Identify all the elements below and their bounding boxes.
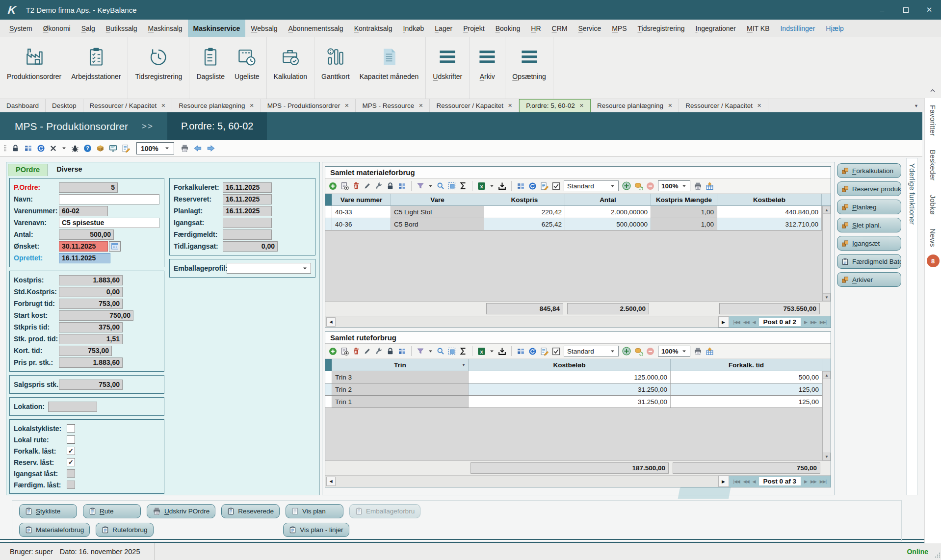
bottom-button-materialeforbrug[interactable]: Materialeforbrug bbox=[19, 523, 90, 537]
grid-add-outline-icon[interactable] bbox=[622, 347, 631, 356]
close-tab-icon[interactable]: ✕ bbox=[757, 102, 761, 109]
grid-refresh-icon[interactable] bbox=[528, 347, 537, 356]
menu-item-hr[interactable]: HR bbox=[525, 20, 546, 37]
grid-checkbox-icon[interactable] bbox=[552, 182, 560, 190]
checkbox-forkalk-låst[interactable]: ✓ bbox=[67, 447, 75, 455]
rail-item-beskeder[interactable]: Beskeder bbox=[929, 150, 937, 180]
grid-columns-icon[interactable] bbox=[398, 347, 406, 356]
grid-coins-icon[interactable] bbox=[634, 182, 643, 190]
menu-item-ingegrationer[interactable]: Ingegrationer bbox=[690, 20, 742, 37]
bottom-button-ruteforbrug[interactable]: Ruteforbrug bbox=[96, 523, 154, 537]
menu-item-indstillinger[interactable]: Indstillinger bbox=[775, 20, 820, 37]
scroll-left-icon[interactable]: ◀ bbox=[326, 477, 336, 486]
close-button[interactable]: ✕ bbox=[917, 0, 941, 20]
menu-item-indkøb[interactable]: Indkøb bbox=[398, 20, 430, 37]
bottom-button-vis-plan-linjer[interactable]: Vis plan - linjer bbox=[283, 523, 349, 537]
grid-refresh-icon[interactable] bbox=[528, 182, 537, 190]
toolbar-monitor-icon[interactable] bbox=[109, 144, 117, 153]
pager-last-icon[interactable]: ▶▶| bbox=[820, 320, 826, 325]
filter-icon[interactable]: ▼ bbox=[462, 363, 466, 367]
scroll-left-icon[interactable]: ◀ bbox=[326, 317, 336, 327]
grid-columns-icon[interactable] bbox=[398, 182, 406, 190]
tab-dashboard[interactable]: Dashboard bbox=[0, 99, 46, 112]
column-header-forkalk-tid[interactable]: Forkalk. tid bbox=[671, 359, 822, 371]
tab-ressourcer-kapacitet[interactable]: Ressourcer / Kapacitet✕ bbox=[83, 99, 173, 112]
rail-item-jobkø[interactable]: Jobkø bbox=[929, 195, 937, 215]
checkbox-lokalstykliste[interactable] bbox=[67, 424, 75, 433]
column-header-vare[interactable]: Vare bbox=[391, 194, 484, 205]
action-button-arkiver[interactable]: Arkiver bbox=[837, 272, 901, 287]
toolbar-help-icon[interactable]: ? bbox=[83, 144, 92, 153]
checkbox-lokal-rute[interactable] bbox=[67, 435, 75, 444]
column-header-vare-nummer[interactable]: Vare nummer bbox=[332, 194, 391, 205]
tab-resource-planlægning[interactable]: Resource planlægning✕ bbox=[591, 99, 679, 112]
close-tab-icon[interactable]: ✕ bbox=[344, 102, 349, 109]
grid-lock-icon[interactable] bbox=[386, 182, 394, 190]
toolbar-caret-icon[interactable] bbox=[61, 146, 67, 151]
vertical-scrollbar[interactable]: ▲▼ bbox=[822, 206, 831, 301]
pager-fast-back-icon[interactable]: ◀◀ bbox=[743, 320, 749, 325]
bottom-button-stykliste[interactable]: Stykliste bbox=[19, 504, 77, 518]
grid-filter-icon[interactable] bbox=[417, 182, 424, 190]
menu-item-abonnementssalg[interactable]: Abonnementssalg bbox=[283, 20, 349, 37]
menu-item-websalg[interactable]: Websalg bbox=[245, 20, 283, 37]
packaging-dropdown[interactable] bbox=[227, 263, 311, 274]
ribbon-item-dagsliste[interactable]: Dagsliste bbox=[191, 41, 230, 99]
column-header-antal[interactable]: Antal bbox=[565, 194, 651, 205]
column-header-trin[interactable]: Trin▼ bbox=[332, 359, 469, 371]
maximize-button[interactable] bbox=[894, 0, 917, 20]
close-tab-icon[interactable]: ✕ bbox=[418, 102, 423, 109]
tab-ressourcer-kapacitet[interactable]: Ressourcer / Kapacitet✕ bbox=[679, 99, 768, 112]
action-button-reserver-produkt[interactable]: Reserver produkt bbox=[837, 181, 901, 196]
ribbon-collapse-icon[interactable] bbox=[929, 87, 936, 96]
pager-last-icon[interactable]: ▶▶| bbox=[820, 479, 826, 484]
menu-item-system[interactable]: System bbox=[4, 20, 38, 37]
tab-resource-planlægning[interactable]: Resource planlægning✕ bbox=[172, 99, 261, 112]
scroll-down-icon[interactable]: ▼ bbox=[823, 453, 831, 460]
toolbar-printer-icon[interactable] bbox=[181, 144, 189, 153]
pordre-tab-diverse[interactable]: Diverse bbox=[49, 164, 89, 176]
close-tab-icon[interactable]: ✕ bbox=[668, 102, 672, 109]
grid-caret-icon[interactable] bbox=[428, 183, 433, 189]
action-button-slet-planl[interactable]: Slet planl. bbox=[837, 218, 901, 232]
grid-add-record-icon[interactable] bbox=[340, 182, 349, 190]
grid-import-icon[interactable] bbox=[498, 347, 506, 356]
grid-caret-icon[interactable] bbox=[428, 349, 433, 354]
grid-edit-icon[interactable] bbox=[364, 182, 371, 190]
pager-next-icon[interactable]: ▶ bbox=[804, 320, 807, 325]
grid-add-icon[interactable] bbox=[329, 182, 337, 190]
column-header-kostpris[interactable]: Kostpris bbox=[484, 194, 565, 205]
action-button-planlæg[interactable]: Planlæg bbox=[837, 200, 901, 214]
grid-add-record-icon[interactable] bbox=[340, 347, 349, 356]
menu-item-hjælp[interactable]: Hjælp bbox=[820, 20, 849, 37]
table-row[interactable]: Trin 131.250,00125,00 bbox=[325, 396, 822, 408]
checkbox-reserv-låst[interactable]: ✓ bbox=[67, 458, 75, 466]
menu-item-crm[interactable]: CRM bbox=[547, 20, 573, 37]
ribbon-item-tidsregistrering[interactable]: Tidsregistrering bbox=[130, 41, 187, 99]
grid-caret-icon[interactable] bbox=[489, 183, 495, 189]
pager-fast-fwd-icon[interactable]: ▶▶ bbox=[810, 479, 816, 484]
tab-p-ordre-5-60-02[interactable]: P.ordre: 5, 60-02✕ bbox=[519, 99, 591, 112]
scroll-up-icon[interactable]: ▲ bbox=[823, 206, 831, 214]
ribbon-item-ugeliste[interactable]: Ugeliste bbox=[230, 41, 264, 99]
menu-item-butikssalg[interactable]: Butikssalg bbox=[101, 20, 143, 37]
profile-select[interactable]: Standard bbox=[564, 180, 619, 191]
tab-ressourcer-kapacitet[interactable]: Ressourcer / Kapacitet✕ bbox=[430, 99, 519, 112]
grid-printer-icon[interactable] bbox=[694, 347, 702, 356]
grid-tools-icon[interactable] bbox=[375, 182, 383, 190]
menu-item-økonomi[interactable]: Økonomi bbox=[38, 20, 76, 37]
resize-grip-icon[interactable] bbox=[934, 552, 941, 560]
grid-sum-icon[interactable] bbox=[459, 347, 467, 355]
close-tab-icon[interactable]: ✕ bbox=[161, 102, 165, 109]
pager-first-icon[interactable]: |◀◀ bbox=[733, 320, 740, 325]
pager-first-icon[interactable]: |◀◀ bbox=[733, 479, 740, 484]
menu-item-mit-kb[interactable]: MIT KB bbox=[741, 20, 775, 37]
rail-item-news[interactable]: News bbox=[929, 229, 937, 247]
menu-item-maskinservice[interactable]: Maskinservice bbox=[188, 20, 246, 37]
tab-desktop[interactable]: Desktop bbox=[46, 99, 83, 112]
toolbar-refresh-icon[interactable] bbox=[37, 144, 45, 153]
rail-item-favoritter[interactable]: Favoritter bbox=[929, 105, 937, 136]
menu-item-salg[interactable]: Salg bbox=[76, 20, 101, 37]
table-row[interactable]: Trin 3125.000,00500,00 bbox=[325, 371, 822, 383]
grid-select-icon[interactable] bbox=[448, 347, 456, 355]
